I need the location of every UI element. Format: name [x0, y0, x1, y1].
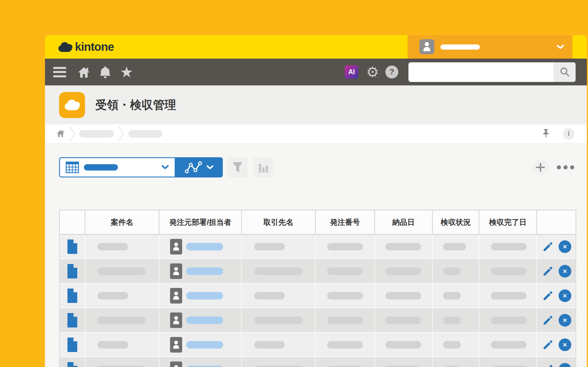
owner-link-placeholder[interactable]	[186, 292, 223, 299]
partner-name-placeholder	[254, 243, 285, 250]
partner-name-placeholder	[254, 366, 303, 367]
graph-button[interactable]	[176, 157, 223, 177]
person-icon	[172, 364, 180, 367]
column-header-partner[interactable]: 取引先名	[242, 210, 316, 234]
done-date-cell	[479, 308, 537, 332]
owner-link-placeholder[interactable]	[186, 366, 223, 367]
help-button[interactable]: ?	[385, 65, 398, 78]
owner-avatar	[170, 288, 182, 304]
delivery-date-placeholder	[385, 366, 421, 367]
gear-icon[interactable]: ⚙	[366, 65, 379, 79]
document-icon	[67, 313, 77, 327]
record-document-link[interactable]	[67, 362, 77, 367]
delete-x-icon	[562, 366, 568, 367]
kintone-logo[interactable]: kintone	[58, 35, 114, 59]
done-date-cell	[479, 235, 537, 259]
owner-link-placeholder[interactable]	[186, 243, 223, 250]
pencil-edit-icon	[542, 290, 553, 301]
column-header-name[interactable]: 案件名	[85, 210, 159, 234]
person-icon	[172, 290, 180, 302]
breadcrumb-item-placeholder[interactable]	[79, 130, 114, 138]
column-header-owner[interactable]: 発注元部署/担当者	[159, 210, 242, 234]
edit-record-button[interactable]	[542, 364, 553, 367]
page-title: 受領・検収管理	[95, 97, 176, 113]
owner-link-placeholder[interactable]	[186, 317, 223, 324]
delete-record-button[interactable]	[559, 314, 571, 327]
favorites-star-icon[interactable]: ★	[120, 65, 133, 79]
filter-button[interactable]	[227, 157, 248, 177]
desktop-background: { "brand": { "logo_text": "kintone", "he…	[0, 0, 588, 367]
breadcrumb-separator-icon	[69, 126, 75, 142]
delete-record-button[interactable]	[559, 265, 571, 278]
owner-avatar	[170, 312, 182, 328]
owner-link-placeholder[interactable]	[186, 267, 223, 275]
column-header-done_date[interactable]: 検収完了日	[479, 210, 537, 234]
add-record-button[interactable]	[532, 159, 549, 175]
owner-link-placeholder[interactable]	[186, 341, 223, 349]
order-number-cell	[316, 259, 375, 283]
edit-record-button[interactable]	[542, 266, 553, 277]
order-number-cell	[316, 333, 375, 357]
pushpin-icon[interactable]	[542, 129, 550, 139]
record-name-cell	[85, 235, 159, 259]
pencil-edit-icon	[542, 339, 553, 350]
document-icon	[67, 362, 77, 367]
delivery-date-placeholder	[385, 341, 421, 349]
record-icon-cell	[60, 284, 85, 308]
partner-cell	[242, 259, 316, 283]
record-document-link[interactable]	[67, 338, 77, 352]
partner-name-placeholder	[254, 292, 285, 299]
breadcrumb-item-placeholder[interactable]	[128, 130, 162, 138]
view-dropdown[interactable]	[59, 157, 176, 177]
edit-record-button[interactable]	[542, 290, 553, 301]
delete-record-button[interactable]	[559, 338, 571, 351]
record-table: 案件名発注元部署/担当者取引先名発注番号納品日検収状況検収完了日	[59, 210, 576, 367]
content-area: 案件名発注元部署/担当者取引先名発注番号納品日検収状況検収完了日	[45, 157, 587, 367]
record-document-link[interactable]	[67, 313, 77, 327]
order-number-placeholder	[327, 292, 363, 299]
record-document-link[interactable]	[67, 264, 77, 278]
search-input[interactable]	[408, 62, 554, 82]
more-options-button[interactable]	[557, 165, 574, 169]
record-document-link[interactable]	[67, 239, 77, 254]
brand-bar: kintone	[45, 35, 587, 59]
record-name-placeholder	[97, 341, 128, 349]
toolbar-right	[532, 159, 574, 175]
view-selector	[59, 157, 223, 177]
home-icon[interactable]	[77, 65, 91, 79]
record-document-link[interactable]	[67, 289, 77, 303]
chart-button[interactable]	[253, 157, 274, 177]
column-header-status[interactable]: 検収状況	[433, 210, 479, 234]
delete-record-button[interactable]	[559, 289, 571, 302]
delete-record-button[interactable]	[559, 363, 571, 367]
edit-record-button[interactable]	[542, 339, 553, 350]
chevron-down-icon	[206, 165, 214, 170]
home-icon[interactable]	[56, 129, 65, 138]
owner-cell	[159, 259, 242, 283]
funnel-filter-icon	[233, 162, 242, 173]
table-row	[60, 259, 576, 284]
record-icon-cell	[60, 308, 85, 332]
partner-name-placeholder	[254, 317, 303, 324]
table-body	[59, 235, 576, 367]
hamburger-menu-icon[interactable]	[53, 67, 66, 77]
delete-record-button[interactable]	[559, 240, 571, 253]
record-icon-cell	[60, 259, 85, 283]
order-number-cell	[316, 308, 375, 332]
user-menu[interactable]	[408, 35, 572, 59]
record-name-cell	[85, 259, 159, 283]
table-row	[60, 357, 576, 367]
edit-record-button[interactable]	[542, 241, 553, 252]
document-icon	[67, 338, 77, 352]
edit-record-button[interactable]	[542, 315, 553, 326]
status-placeholder	[443, 243, 466, 250]
info-button[interactable]: i	[563, 128, 574, 140]
search-button[interactable]	[554, 62, 576, 82]
record-name-placeholder	[97, 243, 128, 250]
done-date-placeholder	[491, 341, 527, 349]
ai-assistant-button[interactable]: AI	[345, 65, 358, 79]
column-header-delivery_date[interactable]: 納品日	[375, 210, 433, 234]
column-header-order_no[interactable]: 発注番号	[316, 210, 375, 234]
notifications-bell-icon[interactable]	[99, 65, 112, 79]
record-icon-cell	[60, 357, 85, 367]
